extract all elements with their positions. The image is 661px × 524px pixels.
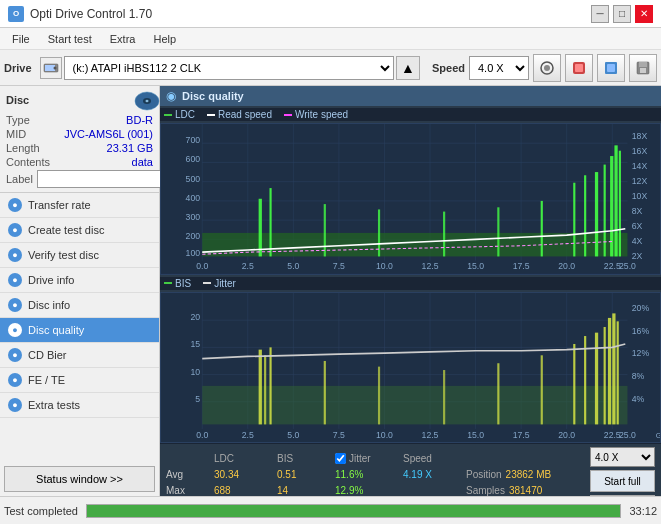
disc-mid-row: MID JVC-AMS6L (001) (6, 128, 153, 140)
cd-bier-icon: ● (8, 348, 22, 362)
legend-bis: BIS (164, 278, 191, 289)
svg-text:8%: 8% (632, 370, 645, 380)
svg-text:4%: 4% (632, 393, 645, 403)
main-layout: Disc Type BD-R MID JVC-AMS6L (001) Lengt… (0, 86, 661, 496)
disc-quality-icon: ◉ (166, 89, 176, 103)
svg-text:8X: 8X (632, 206, 643, 216)
sidebar-item-label-extra-tests: Extra tests (28, 399, 80, 411)
svg-rect-60 (202, 233, 627, 256)
ldc-legend-label: LDC (175, 109, 195, 120)
svg-rect-69 (584, 175, 586, 256)
status-window-button[interactable]: Status window >> (4, 466, 155, 492)
svg-rect-116 (378, 366, 380, 424)
sidebar-item-disc-info[interactable]: ●Disc info (0, 293, 159, 318)
avg-jitter: 11.6% (335, 467, 395, 481)
svg-rect-11 (640, 68, 646, 73)
sidebar-item-transfer-rate[interactable]: ●Transfer rate (0, 193, 159, 218)
svg-text:300: 300 (186, 212, 201, 222)
start-part-button[interactable]: Start part (590, 495, 655, 496)
menu-item-extra[interactable]: Extra (102, 31, 144, 47)
position-col: Position 23862 MB Samples 381470 (466, 451, 551, 496)
statusbar: Test completed 33:12 (0, 496, 661, 524)
stats-speed-select[interactable]: 4.0 X (590, 447, 655, 467)
eject-button[interactable]: ▲ (396, 56, 420, 80)
jitter-legend-label: Jitter (214, 278, 236, 289)
svg-text:7.5: 7.5 (333, 429, 345, 439)
toolbar: Drive (k:) ATAPI iHBS112 2 CLK ▲ Speed 4… (0, 50, 661, 86)
sidebar-item-create-test-disc[interactable]: ●Create test disc (0, 218, 159, 243)
svg-text:12.5: 12.5 (422, 429, 439, 439)
sidebar-item-cd-bier[interactable]: ●CD Bier (0, 343, 159, 368)
bis-col-header: BIS (277, 451, 327, 465)
toolbar-btn-3[interactable] (597, 54, 625, 82)
svg-text:16X: 16X (632, 146, 648, 156)
svg-rect-125 (612, 313, 615, 424)
svg-rect-74 (619, 151, 621, 257)
start-full-button[interactable]: Start full (590, 470, 655, 492)
drive-select-wrapper: (k:) ATAPI iHBS112 2 CLK ▲ (40, 56, 420, 80)
minimize-button[interactable]: ─ (591, 5, 609, 23)
svg-text:2.5: 2.5 (242, 261, 254, 271)
toolbar-btn-save[interactable] (629, 54, 657, 82)
sidebar-item-verify-test-disc[interactable]: ●Verify test disc (0, 243, 159, 268)
sidebar-item-disc-quality[interactable]: ●Disc quality (0, 318, 159, 343)
verify-test-disc-icon: ● (8, 248, 22, 262)
max-label: Max (166, 483, 206, 496)
menu-item-help[interactable]: Help (145, 31, 184, 47)
status-time: 33:12 (629, 505, 657, 517)
svg-rect-113 (264, 355, 266, 424)
drive-label: Drive (4, 62, 32, 74)
titlebar-left: O Opti Drive Control 1.70 (8, 6, 152, 22)
upper-chart-svg: 700 600 500 400 300 200 100 18X 16X 14X … (161, 124, 660, 274)
disc-type-value: BD-R (126, 114, 153, 126)
svg-point-14 (146, 100, 149, 102)
sidebar-item-extra-tests[interactable]: ●Extra tests (0, 393, 159, 418)
toolbar-btn-2[interactable] (565, 54, 593, 82)
ldc-legend-color (164, 114, 172, 116)
svg-rect-122 (595, 332, 598, 424)
sidebar-item-label-disc-quality: Disc quality (28, 324, 84, 336)
progress-bar-fill (87, 505, 620, 517)
disc-contents-row: Contents data (6, 156, 153, 168)
bis-col: BIS 0.51 14 193207 (277, 451, 327, 496)
samples-value: 381470 (509, 485, 542, 496)
drive-select[interactable]: (k:) ATAPI iHBS112 2 CLK (64, 56, 394, 80)
svg-point-2 (53, 66, 56, 69)
toolbar-btn-1[interactable] (533, 54, 561, 82)
disc-quality-header: ◉ Disc quality (160, 86, 661, 106)
menu-item-file[interactable]: File (4, 31, 38, 47)
readspeed-legend-label: Read speed (218, 109, 272, 120)
position-value: 23862 MB (506, 469, 552, 480)
disc-title: Disc (6, 94, 29, 106)
svg-text:200: 200 (186, 231, 201, 241)
svg-text:10.0: 10.0 (376, 261, 393, 271)
app-icon-letter: O (13, 9, 19, 18)
jitter-col: Jitter 11.6% 12.9% (335, 451, 395, 496)
svg-text:20.0: 20.0 (558, 261, 575, 271)
svg-text:700: 700 (186, 135, 201, 145)
svg-text:4X: 4X (632, 236, 643, 246)
disc-contents-label: Contents (6, 156, 50, 168)
svg-text:100: 100 (186, 249, 201, 259)
jitter-checkbox[interactable] (335, 453, 346, 464)
svg-rect-123 (604, 327, 606, 424)
sidebar-item-fe-te[interactable]: ●FE / TE (0, 368, 159, 393)
svg-rect-65 (443, 212, 445, 257)
sidebar: Disc Type BD-R MID JVC-AMS6L (001) Lengt… (0, 86, 160, 496)
disc-label-input[interactable] (37, 170, 170, 188)
speed-select[interactable]: 4.0 X (469, 56, 529, 80)
speed-col: Speed 4.19 X (403, 451, 458, 496)
sidebar-item-drive-info[interactable]: ●Drive info (0, 268, 159, 293)
disc-header: Disc (6, 90, 153, 110)
menubar: FileStart testExtraHelp (0, 28, 661, 50)
menu-item-start-test[interactable]: Start test (40, 31, 100, 47)
close-button[interactable]: ✕ (635, 5, 653, 23)
sidebar-item-label-cd-bier: CD Bier (28, 349, 67, 361)
maximize-button[interactable]: □ (613, 5, 631, 23)
lower-chart: 20 15 10 5 20% 16% 12% 8% 4% 0.0 2.5 5.0… (160, 292, 661, 444)
svg-text:5: 5 (195, 393, 200, 403)
disc-length-value: 23.31 GB (107, 142, 153, 154)
stats-bar: Avg Max Total LDC 30.34 688 11583039 BIS… (160, 443, 661, 496)
svg-text:12.5: 12.5 (422, 261, 439, 271)
svg-text:GB: GB (656, 430, 660, 439)
